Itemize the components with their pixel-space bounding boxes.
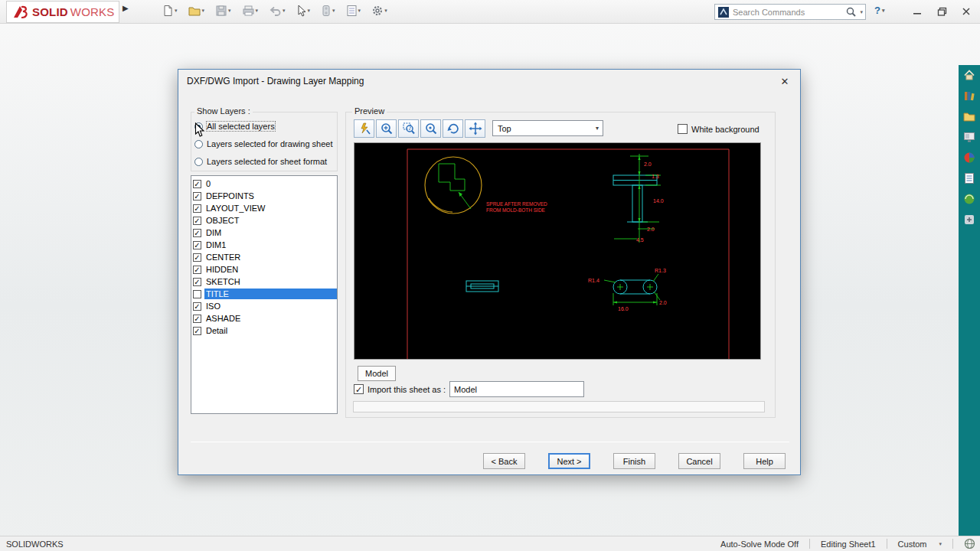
drawing-note-line1: SPRUE AFTER REMOVED: [486, 201, 547, 207]
zoom-selected-button[interactable]: [420, 119, 441, 138]
layer-checkbox[interactable]: ✓: [193, 266, 201, 274]
print-icon: [242, 5, 255, 17]
layer-name: Detail: [204, 325, 337, 336]
zoom-to-fit-button[interactable]: [354, 119, 374, 138]
layer-checkbox[interactable]: ✓: [193, 315, 201, 323]
rebuild-button[interactable]: ▾: [318, 2, 338, 19]
print-button[interactable]: ▾: [240, 2, 261, 19]
dialog-close-button[interactable]: ✕: [776, 73, 794, 89]
layer-row-LAYOUT_VIEW[interactable]: ✓LAYOUT_VIEW: [191, 202, 337, 214]
drawing-note-line2: FROM MOLD-BOTH SIDE: [486, 207, 546, 213]
chevron-down-icon: ▾: [596, 125, 599, 132]
select-button[interactable]: ▾: [294, 2, 313, 19]
import-sheet-checkbox[interactable]: ✓ Import this sheet as :: [354, 384, 446, 394]
search-dropdown-chevron[interactable]: ▾: [860, 9, 863, 15]
dialog-separator: [191, 442, 789, 442]
view-palette-icon[interactable]: [962, 130, 976, 144]
view-orientation-dropdown[interactable]: Top ▾: [492, 120, 603, 136]
top-toolbar: SOLIDWORKS ▶ ▾ ▾ ▾ ▾ ▾ ▾ ▾: [0, 0, 980, 24]
layer-checkbox[interactable]: ✓: [193, 327, 201, 335]
restore-button[interactable]: [933, 2, 951, 21]
radio-layers-drawing-sheet[interactable]: Layers selected for drawing sheet: [194, 139, 332, 149]
layer-checkbox[interactable]: ✓: [193, 180, 201, 188]
zoom-in-out-button[interactable]: [376, 119, 397, 138]
undo-button[interactable]: ▾: [266, 2, 288, 19]
custom-properties-icon[interactable]: [962, 171, 976, 185]
checkbox-icon[interactable]: ✓: [354, 384, 364, 394]
layer-checkbox[interactable]: ✓: [193, 241, 201, 249]
layer-row-DEFPOINTS[interactable]: ✓DEFPOINTS: [191, 190, 337, 202]
layer-row-0[interactable]: ✓0: [191, 178, 337, 190]
layer-checkbox[interactable]: ✓: [193, 278, 201, 286]
layer-checkbox[interactable]: ✓: [193, 302, 201, 311]
resources-icon[interactable]: [962, 213, 976, 227]
logo-text-works: WORKS: [70, 5, 115, 18]
layer-checkbox[interactable]: ✓: [193, 192, 201, 201]
layer-row-TITLE[interactable]: TITLE: [191, 288, 337, 300]
back-button[interactable]: < Back: [483, 453, 525, 469]
close-button[interactable]: [957, 2, 975, 21]
radio-button-icon[interactable]: [194, 140, 203, 148]
finish-button[interactable]: Finish: [613, 453, 655, 469]
pan-button[interactable]: [465, 119, 485, 138]
forum-icon[interactable]: [962, 192, 976, 206]
checkbox-icon[interactable]: [678, 124, 688, 134]
white-background-checkbox[interactable]: White background: [678, 124, 760, 134]
radio-button-icon[interactable]: [194, 158, 203, 166]
save-button[interactable]: ▾: [213, 2, 234, 19]
sheet-tab-model[interactable]: Model: [358, 366, 396, 381]
toolbar-flyout-arrow[interactable]: ▶: [122, 4, 129, 12]
layer-checkbox[interactable]: ✓: [193, 253, 201, 262]
layer-checkbox[interactable]: ✓: [193, 217, 201, 225]
zoom-area-button[interactable]: [398, 119, 419, 138]
layer-checkbox[interactable]: [193, 290, 201, 298]
layer-checkbox[interactable]: ✓: [193, 204, 201, 213]
units-value: Custom: [898, 540, 927, 549]
file-explorer-icon[interactable]: [962, 109, 976, 123]
open-button[interactable]: ▾: [186, 2, 207, 19]
radio-layers-sheet-format[interactable]: Layers selected for sheet format: [194, 156, 327, 167]
layer-checkbox[interactable]: ✓: [193, 229, 201, 237]
layer-row-SKETCH[interactable]: ✓SKETCH: [191, 276, 337, 288]
layer-row-ASHADE[interactable]: ✓ASHADE: [191, 312, 337, 324]
layer-name: TITLE: [204, 289, 337, 299]
search-commands-input[interactable]: [733, 8, 842, 17]
radio-all-selected-layers[interactable]: All selected layers: [194, 121, 275, 132]
preview-canvas[interactable]: SPRUE AFTER REMOVED FROM MOLD-BOTH SIDE: [354, 142, 761, 360]
design-library-icon[interactable]: [962, 89, 976, 103]
solidworks-logo[interactable]: SOLIDWORKS: [6, 1, 119, 23]
search-scope-icon[interactable]: [717, 6, 730, 18]
units-dropdown[interactable]: Custom ▾: [898, 540, 942, 549]
window-controls: [908, 2, 975, 21]
layer-row-HIDDEN[interactable]: ✓HIDDEN: [191, 263, 337, 276]
restore-icon: [937, 7, 947, 16]
minimize-button[interactable]: [908, 2, 926, 21]
layer-name: 0: [204, 178, 337, 189]
dim-text: R1.3: [655, 268, 666, 273]
rotate-view-button[interactable]: [443, 119, 463, 138]
layer-list[interactable]: ✓0✓DEFPOINTS✓LAYOUT_VIEW✓OBJECT✓DIM✓DIM1…: [191, 175, 338, 414]
layer-row-DIM[interactable]: ✓DIM: [191, 227, 337, 239]
file-properties-button[interactable]: ▾: [344, 2, 364, 19]
zoom-selected-icon: [424, 122, 438, 135]
import-status-strip: [353, 401, 765, 412]
layer-name: CENTER: [204, 252, 337, 262]
cancel-button[interactable]: Cancel: [678, 453, 720, 469]
home-icon[interactable]: [962, 68, 976, 82]
status-globe-icon[interactable]: [964, 538, 975, 549]
solidworks-window: SOLIDWORKS ▶ ▾ ▾ ▾ ▾ ▾ ▾ ▾: [0, 0, 980, 551]
layer-row-OBJECT[interactable]: ✓OBJECT: [191, 214, 337, 227]
search-icon[interactable]: [845, 6, 857, 18]
options-button[interactable]: ▾: [369, 2, 390, 19]
layer-row-Detail[interactable]: ✓Detail: [191, 324, 337, 337]
layer-row-ISO[interactable]: ✓ISO: [191, 300, 337, 312]
dim-text: 2.0: [647, 227, 655, 232]
help-button[interactable]: ?▾: [874, 5, 884, 16]
import-sheet-name-input[interactable]: [449, 381, 584, 397]
new-document-button[interactable]: ▾: [159, 2, 180, 19]
help-dialog-button[interactable]: Help: [743, 453, 786, 469]
layer-row-DIM1[interactable]: ✓DIM1: [191, 239, 337, 251]
layer-row-CENTER[interactable]: ✓CENTER: [191, 251, 337, 263]
appearances-icon[interactable]: [962, 151, 976, 165]
next-button[interactable]: Next >: [548, 453, 590, 469]
